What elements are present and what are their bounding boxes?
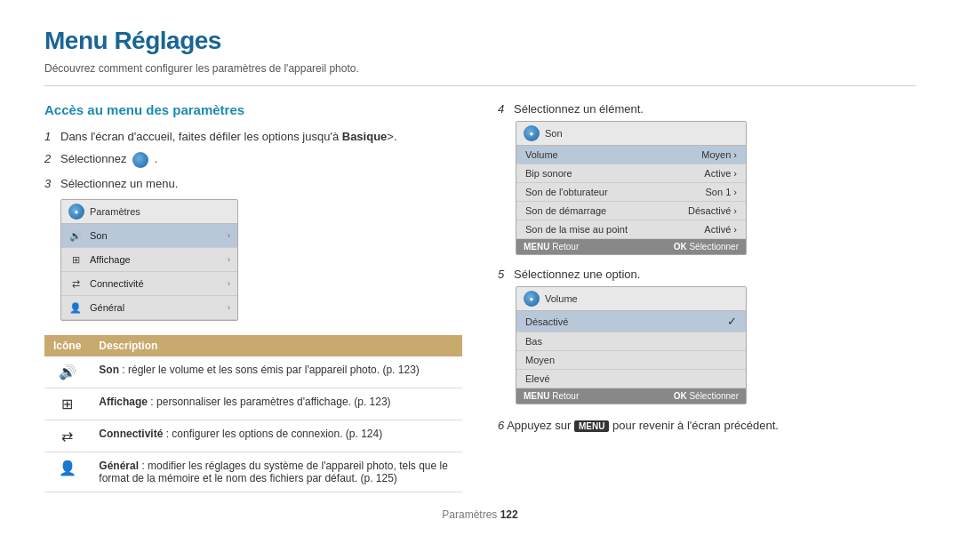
step-3-text: Sélectionnez un menu. (60, 177, 178, 190)
step-1-text: Dans l'écran d'accueil, faites défiler l… (60, 130, 397, 143)
step-2-number: 2 (44, 152, 57, 165)
volume-option-moyen[interactable]: Moyen (516, 351, 746, 370)
son-row-bip[interactable]: Bip sonore Active › (516, 164, 746, 183)
son-row-demarrage[interactable]: Son de démarrage Désactivé › (516, 202, 746, 220)
connectivite-table-icon: ⇄ (44, 420, 90, 452)
moyen-label: Moyen (525, 355, 555, 365)
menu-item-son-label: Son (90, 230, 220, 241)
menu-key-label: MENU (524, 242, 549, 252)
mise-au-point-label: Son de la mise au point (525, 224, 628, 235)
affichage-icon: ⊞ (68, 252, 83, 267)
step-4-text: Sélectionnez un élément. (514, 102, 644, 116)
menu-screen-title: Paramètres (90, 206, 140, 217)
page-footer: Paramètres 122 (44, 508, 916, 521)
camera-dial-icon (132, 152, 148, 168)
son-arrow: › (228, 231, 230, 240)
ok-key-label-vol: OK (674, 391, 687, 401)
menu-key-label-vol: MENU (524, 391, 549, 401)
step-5-number: 5 (498, 268, 510, 281)
volume-screen-dial-icon: ● (524, 291, 540, 307)
demarrage-label: Son de démarrage (525, 205, 606, 216)
left-column: Accès au menu des paramètres 1 Dans l'éc… (44, 102, 462, 492)
affichage-table-desc: Affichage : personnaliser les paramètres… (90, 388, 462, 420)
son-screen: ● Son Volume Moyen › Bip sonore Active ›… (516, 121, 747, 255)
desactive-label: Désactivé (525, 316, 568, 327)
ok-key-label: OK (674, 242, 687, 252)
step-4: 4 Sélectionnez un élément. ● Son Volume … (498, 102, 916, 255)
section-title: Accès au menu des paramètres (44, 102, 462, 117)
bas-label: Bas (525, 336, 542, 347)
menu-item-connectivite[interactable]: ⇄ Connectivité › (61, 272, 237, 296)
icon-table: Icône Description 🔊 Son : régler le volu… (44, 335, 462, 492)
volume-footer-left: MENU Retour (524, 391, 579, 401)
volume-footer-right: OK Sélectionner (674, 391, 739, 401)
son-row-mise-au-point[interactable]: Son de la mise au point Activé › (516, 220, 746, 239)
son-screen-dial-icon: ● (524, 125, 540, 141)
step-5-header: 5 Sélectionnez une option. (498, 268, 916, 281)
step-6: 6 Appuyez sur MENU pour revenir à l'écra… (498, 419, 916, 432)
step-2: 2 Sélectionnez . (44, 152, 462, 168)
affichage-table-icon: ⊞ (44, 388, 90, 420)
step-3: 3 Sélectionnez un menu. (44, 177, 462, 190)
volume-screen-header: ● Volume (516, 287, 746, 311)
volume-option-eleve[interactable]: Elevé (516, 370, 746, 388)
general-table-desc: Général : modifier les réglages du systè… (90, 452, 462, 492)
step-2-text: Sélectionnez . (60, 152, 157, 168)
menu-screen: ● Paramètres 🔊 Son › ⊞ Affichage › ⇄ Con… (60, 199, 238, 321)
general-icon: 👤 (68, 300, 83, 315)
volume-option-desactive[interactable]: Désactivé ✓ (516, 311, 746, 332)
volume-screen-footer: MENU Retour OK Sélectionner (516, 388, 746, 404)
checkmark-icon: ✓ (727, 315, 737, 328)
son-row-obturateur[interactable]: Son de l'obturateur Son 1 › (516, 183, 746, 202)
eleve-label: Elevé (525, 373, 550, 384)
obturateur-label: Son de l'obturateur (525, 187, 608, 197)
volume-option-bas[interactable]: Bas (516, 332, 746, 351)
son-icon: 🔊 (68, 228, 83, 243)
son-row-volume[interactable]: Volume Moyen › (516, 146, 746, 164)
table-row: 👤 Général : modifier les réglages du sys… (44, 452, 462, 492)
table-row: 🔊 Son : régler le volume et les sons émi… (44, 356, 462, 388)
step-1-number: 1 (44, 130, 57, 143)
general-arrow: › (228, 303, 230, 312)
volume-screen-title: Volume (545, 293, 578, 304)
menu-item-affichage-label: Affichage (90, 254, 220, 265)
general-table-icon: 👤 (44, 452, 90, 492)
son-footer-right: OK Sélectionner (674, 242, 739, 252)
obturateur-value: Son 1 › (706, 187, 737, 197)
son-footer-left: MENU MENU RetourRetour (524, 242, 579, 252)
subtitle: Découvrez comment configurer les paramèt… (44, 62, 916, 86)
son-screen-footer: MENU MENU RetourRetour OK Sélectionner (516, 239, 746, 254)
page-title: Menu Réglages (44, 27, 916, 55)
volume-screen: ● Volume Désactivé ✓ Bas Moyen Elevé MEN (516, 286, 747, 404)
footer-text: Paramètres (442, 508, 497, 521)
step-4-header: 4 Sélectionnez un élément. (498, 102, 916, 116)
col-icone: Icône (44, 335, 90, 356)
volume-value: Moyen › (701, 149, 737, 160)
menu-bracket-key: MENU (574, 420, 609, 432)
bip-value: Active › (704, 168, 737, 179)
menu-item-affichage[interactable]: ⊞ Affichage › (61, 248, 237, 272)
connectivite-arrow: › (228, 279, 230, 288)
demarrage-value: Désactivé › (688, 205, 737, 216)
son-table-icon: 🔊 (44, 356, 90, 388)
mise-au-point-value: Activé › (704, 224, 737, 235)
son-screen-header: ● Son (516, 122, 746, 146)
footer-page: 122 (500, 508, 518, 521)
bip-label: Bip sonore (525, 168, 572, 179)
son-table-desc: Son : régler le volume et les sons émis … (90, 356, 462, 388)
col-description: Description (90, 335, 462, 356)
camera-dial-icon-small: ● (68, 204, 84, 220)
table-row: ⇄ Connectivité : configurer les options … (44, 420, 462, 452)
table-header-row: Icône Description (44, 335, 462, 356)
menu-item-son[interactable]: 🔊 Son › (61, 224, 237, 248)
step-5-text: Sélectionnez une option. (514, 268, 640, 281)
connectivite-icon: ⇄ (68, 276, 83, 291)
step-1: 1 Dans l'écran d'accueil, faites défiler… (44, 130, 462, 143)
menu-item-general[interactable]: 👤 Général › (61, 296, 237, 320)
volume-label: Volume (525, 149, 558, 160)
step-5: 5 Sélectionnez une option. ● Volume Désa… (498, 268, 916, 404)
menu-screen-header: ● Paramètres (61, 200, 237, 224)
step-6-number: 6 (498, 419, 504, 432)
menu-item-general-label: Général (90, 302, 220, 313)
right-column: 4 Sélectionnez un élément. ● Son Volume … (498, 102, 916, 492)
